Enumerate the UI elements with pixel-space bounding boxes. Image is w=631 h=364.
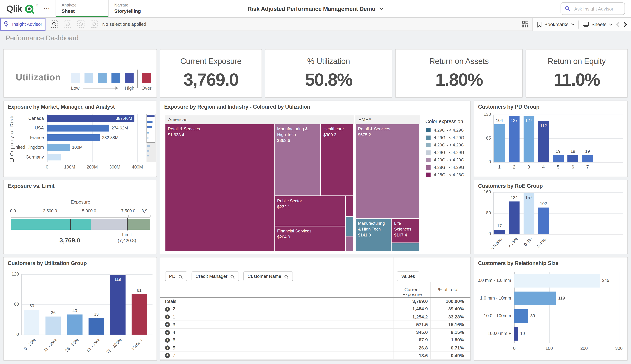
treemap-node[interactable] (346, 217, 354, 236)
bar[interactable] (47, 144, 70, 151)
bar[interactable] (514, 292, 556, 305)
category-label[interactable]: 11 - 25% (43, 337, 58, 352)
legend-label[interactable]: 4.29G - < 4.29G (434, 135, 464, 140)
category-label[interactable]: 100.0 mm + (476, 331, 511, 336)
legend-label[interactable]: 4.29G - < 4.29G (434, 150, 464, 155)
treemap-node[interactable] (346, 236, 354, 251)
table-row[interactable]: +718.60.49% (160, 352, 470, 360)
bar[interactable] (509, 202, 519, 234)
redo-selection-icon[interactable] (77, 20, 85, 28)
treemap-node[interactable] (346, 196, 354, 217)
bar[interactable] (132, 294, 147, 334)
clear-selections-icon[interactable] (91, 20, 98, 28)
bar[interactable] (514, 309, 528, 323)
category-label[interactable]: 0.0 mm - 1.0 mm (476, 278, 511, 283)
expand-icon[interactable]: + (165, 346, 170, 350)
tab-analyze-sheet[interactable]: Analyze Sheet (56, 0, 108, 17)
expand-icon[interactable]: + (165, 330, 170, 335)
sheet-overview-icon[interactable] (521, 20, 529, 30)
treemap-node[interactable]: Manufacturing & High Tech$141.0 (355, 218, 391, 251)
legend-swatch[interactable] (426, 128, 430, 132)
category-label[interactable]: 1.0 mm - 10mm (476, 296, 511, 300)
table-row[interactable]: +21,484.939.40% (160, 305, 470, 313)
table-row[interactable]: +11,254.233.28% (160, 313, 470, 321)
expand-icon[interactable]: + (165, 322, 170, 327)
bar[interactable] (553, 155, 563, 162)
category-label[interactable]: 10.0 - 100mm (476, 314, 511, 318)
category-label[interactable]: < 0.00% (489, 236, 504, 251)
sheets-button[interactable]: Sheets (582, 21, 612, 27)
dimension-selector-button[interactable]: Customer Name (244, 272, 293, 281)
bar[interactable] (494, 124, 505, 162)
more-options-icon[interactable]: ••• (44, 7, 50, 11)
treemap-region-header[interactable]: Americas (165, 116, 354, 124)
bullet-segment[interactable] (91, 219, 127, 230)
sort-icon[interactable] (9, 157, 15, 163)
treemap-node[interactable]: Manufacturing & High Tech$363.6 (274, 124, 321, 196)
legend-swatch[interactable] (426, 150, 430, 155)
scroll-minimap[interactable] (147, 114, 156, 162)
category-label[interactable]: 76 - 100% (105, 337, 122, 354)
category-label[interactable]: > 15% (507, 236, 519, 248)
dimension-selector-button[interactable]: Credit Manager (192, 272, 239, 281)
legend-swatch[interactable] (426, 136, 430, 140)
bar[interactable] (89, 318, 104, 334)
legend-label[interactable]: 4.29G - < 4.29G (434, 142, 464, 147)
expand-icon[interactable]: + (165, 353, 170, 358)
bar[interactable] (110, 275, 125, 335)
insight-advisor-search-input[interactable] (573, 6, 621, 12)
bar[interactable] (47, 154, 61, 160)
bar[interactable] (67, 314, 82, 334)
legend-swatch[interactable] (426, 158, 430, 162)
table-row[interactable]: +4345.09.15% (160, 328, 470, 336)
dimension-selector-button[interactable]: PD (165, 272, 187, 281)
treemap-node[interactable]: Healthcare$300.2 (321, 124, 354, 196)
insight-advisor-search[interactable] (560, 2, 625, 15)
next-sheet-button[interactable] (623, 22, 627, 27)
category-label[interactable]: 0-5% (523, 236, 533, 247)
legend-label[interactable]: 4.29G - < 4.29G (434, 157, 464, 162)
undo-selection-icon[interactable] (64, 20, 71, 28)
table-row[interactable]: +3571.515.16% (160, 321, 470, 328)
bar[interactable] (494, 230, 505, 234)
table-row[interactable]: Totals3,769.0100.00% (160, 298, 470, 305)
category-label[interactable]: 51 - 75% (86, 337, 101, 353)
treemap-node[interactable]: Financial Services$204.9 (274, 226, 346, 251)
bar[interactable] (582, 155, 593, 162)
category-label[interactable]: 5-15% (536, 236, 548, 248)
previous-sheet-button[interactable] (616, 22, 620, 27)
column-header[interactable]: % of Total (431, 287, 466, 292)
bar[interactable] (523, 116, 534, 162)
values-button[interactable]: Values (397, 272, 419, 281)
treemap-node[interactable]: Retail & Services$675.2 (355, 124, 420, 218)
expand-icon[interactable]: + (165, 307, 170, 312)
bar[interactable] (514, 327, 518, 341)
legend-label[interactable]: 4.28G - < 4.28G (434, 172, 464, 177)
treemap-node[interactable]: Retail & Services$1,638.4 (165, 124, 274, 251)
bullet-segment[interactable] (11, 219, 91, 230)
category-label[interactable]: 26 - 50% (64, 337, 79, 353)
category-label[interactable]: 0 - 10% (23, 337, 37, 351)
bar[interactable] (538, 208, 549, 234)
tab-narrate-storytelling[interactable]: Narrate Storytelling (108, 0, 161, 17)
bookmarks-button[interactable]: Bookmarks (537, 21, 574, 28)
category-label[interactable]: 7 (579, 164, 596, 170)
bar[interactable] (509, 116, 519, 162)
legend-swatch[interactable] (426, 172, 430, 177)
legend-label[interactable]: 4.29G - < 4.29G (434, 128, 464, 132)
treemap-region-header[interactable]: EMEA (355, 116, 420, 124)
treemap-node[interactable]: Public Sector$232.1 (274, 196, 346, 226)
legend-swatch[interactable] (426, 165, 430, 170)
bar[interactable] (514, 274, 600, 288)
table-row[interactable]: +667.91.80% (160, 336, 470, 344)
legend-swatch[interactable] (426, 143, 430, 147)
column-header[interactable]: Current Exposure (394, 287, 430, 297)
smart-search-icon[interactable] (51, 20, 58, 28)
app-title-menu[interactable]: Risk Adjusted Performance Management Dem… (248, 6, 383, 12)
bar[interactable] (24, 310, 40, 334)
treemap-node[interactable] (391, 243, 420, 251)
insight-advisor-button[interactable]: Insight Advisor (0, 18, 46, 31)
scrollbar-track[interactable] (160, 359, 470, 360)
bullet-segment[interactable] (127, 219, 150, 230)
bar[interactable] (46, 316, 61, 334)
